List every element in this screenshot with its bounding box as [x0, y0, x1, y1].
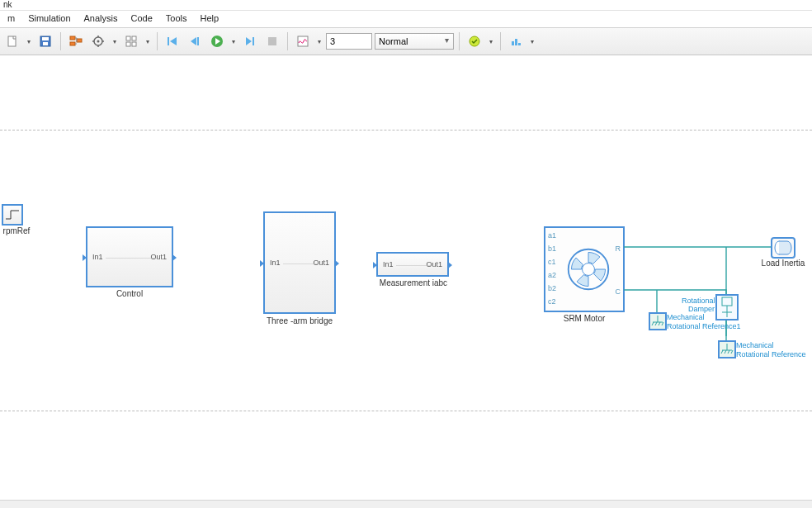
block-srm-label: SRM Motor [545, 314, 624, 323]
svg-point-8 [97, 40, 100, 43]
block-srm-motor[interactable]: a1 b1 c1 a2 b2 c2 R C [545, 227, 624, 311]
svg-rect-6 [77, 39, 82, 42]
svg-line-43 [659, 322, 660, 325]
step-back-button[interactable] [185, 31, 205, 51]
svg-rect-0 [8, 36, 16, 46]
save-button[interactable] [35, 31, 55, 51]
svg-rect-24 [253, 37, 254, 45]
srm-port-r: R [616, 245, 621, 253]
mref2-l2: Rotational Reference [736, 350, 806, 358]
svg-rect-20 [197, 37, 199, 45]
block-bridge-in: In1 [270, 259, 281, 267]
block-bridge-out: Out1 [313, 259, 329, 267]
srm-port-b1: b1 [548, 245, 556, 253]
separator [500, 32, 501, 50]
block-rpmref[interactable] [2, 205, 22, 225]
run-button[interactable] [207, 31, 227, 51]
svg-line-47 [721, 350, 723, 354]
scope-button[interactable] [293, 31, 313, 51]
svg-rect-3 [43, 42, 48, 45]
block-control-label: Control [87, 289, 172, 298]
srm-port-c1: c1 [548, 258, 556, 266]
menu-tools[interactable]: Tools [160, 12, 193, 27]
svg-rect-36 [722, 297, 732, 306]
menu-bar: m Simulation Analysis Code Tools Help [0, 11, 812, 28]
stop-button[interactable] [262, 31, 282, 51]
block-measurement[interactable]: In1 Out1 [377, 253, 448, 276]
fast-restart-button[interactable] [163, 31, 182, 51]
svg-rect-4 [70, 36, 75, 40]
run-dropdown[interactable]: ▾ [229, 38, 238, 45]
svg-line-42 [655, 322, 657, 325]
separator [287, 32, 288, 50]
svg-marker-17 [170, 37, 177, 45]
svg-line-48 [725, 350, 726, 354]
mref2-l1: Mechanical [736, 341, 774, 349]
block-mech-ref-1[interactable] [649, 313, 666, 330]
srm-port-c2: c2 [548, 297, 556, 306]
block-damper-label: Rotational Damper [682, 297, 715, 313]
svg-rect-18 [168, 37, 169, 45]
svg-line-44 [662, 322, 663, 325]
srm-port-a1: a1 [548, 231, 556, 240]
menu-code[interactable]: Code [125, 12, 158, 27]
svg-rect-15 [126, 42, 130, 46]
library-browser-button[interactable] [121, 31, 141, 51]
model-canvas[interactable]: rpmRef In1 Out1 Control In1 Out1 Three -… [0, 55, 812, 508]
build-dropdown[interactable]: ▾ [487, 38, 495, 45]
block-meas-out: Out1 [426, 260, 442, 268]
block-meas-label: Measurement iabc [370, 278, 457, 287]
block-bridge-label: Three -arm bridge [248, 316, 352, 325]
sim-mode-select[interactable]: Normal [375, 33, 454, 50]
svg-point-35 [583, 263, 595, 276]
svg-rect-16 [132, 42, 136, 46]
block-mech-ref[interactable] [719, 341, 735, 358]
new-model-button[interactable] [2, 31, 22, 51]
svg-rect-2 [42, 37, 49, 40]
block-bridge[interactable]: In1 Out1 [264, 212, 335, 313]
menu-analysis[interactable]: Analysis [78, 12, 124, 27]
port-tri-icon [260, 260, 264, 267]
menu-simulation[interactable]: Simulation [22, 12, 76, 27]
port-tri-icon [83, 254, 87, 261]
menu-help[interactable]: Help [194, 12, 224, 27]
step-forward-button[interactable] [240, 31, 260, 51]
mref1-l1: Mechanical [667, 313, 705, 321]
mref1-l2: Rotational Reference1 [667, 322, 741, 330]
port-tri-icon [448, 262, 452, 268]
svg-marker-23 [246, 37, 252, 45]
title-bar: nk [0, 0, 812, 11]
deploy-dropdown[interactable]: ▾ [528, 38, 536, 45]
gear-dropdown[interactable]: ▾ [111, 38, 119, 45]
svg-rect-29 [515, 39, 517, 45]
model-explorer-button[interactable] [66, 31, 86, 51]
menu-m[interactable]: m [2, 12, 21, 27]
srm-port-a2: a2 [548, 271, 556, 279]
port-tri-icon [373, 262, 377, 268]
library-dropdown[interactable]: ▾ [144, 38, 152, 45]
stop-time-input[interactable] [326, 33, 372, 50]
svg-rect-14 [132, 36, 136, 40]
new-model-dropdown[interactable]: ▾ [25, 38, 33, 45]
svg-rect-30 [518, 43, 521, 45]
svg-marker-19 [191, 37, 196, 45]
block-rotational-damper[interactable] [716, 295, 738, 320]
separator [459, 32, 460, 50]
block-load-inertia[interactable] [772, 238, 795, 258]
block-control-out: Out1 [150, 253, 167, 261]
block-inertia-label: Load Inertia [756, 259, 810, 268]
separator [157, 32, 158, 50]
svg-rect-13 [126, 36, 130, 40]
block-rpmref-label: rpmRef [0, 226, 33, 235]
scope-dropdown[interactable]: ▾ [315, 38, 323, 45]
gear-button[interactable] [88, 31, 108, 51]
svg-line-41 [652, 322, 654, 325]
deploy-button[interactable] [506, 31, 526, 51]
build-button[interactable] [465, 31, 484, 51]
svg-line-50 [731, 350, 733, 354]
block-control-in: In1 [92, 253, 103, 261]
app-title: nk [3, 0, 12, 9]
block-control[interactable]: In1 Out1 [87, 227, 172, 287]
horizontal-scrollbar[interactable] [0, 500, 812, 508]
toolbar: ▾ ▾ ▾ ▾ ▾ Normal ▾ ▾ [0, 28, 812, 55]
